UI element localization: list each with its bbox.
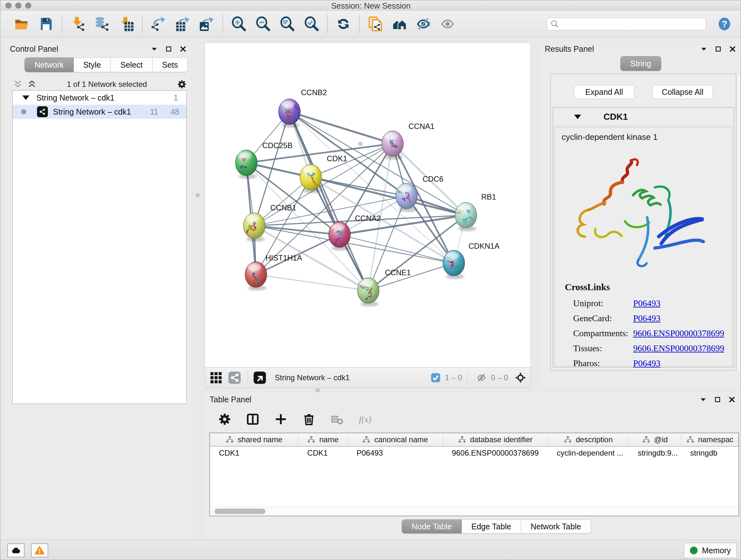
network-mode-icon[interactable]	[228, 371, 241, 384]
home-icon[interactable]	[392, 16, 408, 32]
graph-node-ccne1[interactable]: CCNE1	[357, 268, 411, 307]
show-all-icon[interactable]	[440, 16, 456, 32]
crosslink-link-tissues[interactable]: 9606.ENSP00000378699	[633, 343, 724, 354]
help-icon[interactable]: ?	[717, 17, 732, 31]
node-result-header[interactable]: CDK1	[553, 108, 734, 126]
panel-close-icon[interactable]	[728, 396, 736, 403]
graph-node-hist1h1a[interactable]: HIST1H1A	[245, 253, 302, 291]
fit-selected-crosshair-icon[interactable]	[515, 372, 526, 383]
panel-float-icon[interactable]	[714, 396, 721, 403]
graph-edge-HIST1H1A-CCNE1[interactable]	[256, 274, 368, 291]
column-header-description[interactable]: description	[548, 433, 629, 446]
panel-menu-icon[interactable]	[151, 45, 158, 53]
hidden-eye-icon[interactable]	[476, 372, 487, 383]
panel-float-icon[interactable]	[715, 45, 722, 53]
table-cell-description[interactable]: cyclin-dependent ...	[548, 447, 629, 461]
function-icon[interactable]: f(x)	[357, 411, 373, 427]
expand-all-icon[interactable]	[27, 79, 37, 89]
panel-menu-icon[interactable]	[699, 396, 707, 403]
tab-network[interactable]: Network	[24, 57, 74, 72]
crosslink-link-pharos[interactable]: P06493	[633, 358, 661, 368]
panel-menu-icon[interactable]	[700, 45, 708, 53]
import-network-icon[interactable]	[70, 16, 86, 32]
collapse-all-button[interactable]: Collapse All	[652, 85, 713, 99]
selected-checkbox-icon[interactable]	[430, 372, 441, 383]
graph-edge-CCNB2-RB1[interactable]	[289, 112, 466, 215]
zoom-selected-icon[interactable]	[304, 16, 320, 32]
crosslink-link-compartments[interactable]: 9606.ENSP00000378699	[633, 328, 724, 338]
save-icon[interactable]	[38, 16, 54, 32]
network-canvas[interactable]: CCNB2CCNA1CDC25BCDK1CDC6RB1CCNB1CCNA2CDK…	[205, 43, 530, 367]
export-image-icon[interactable]	[199, 16, 215, 32]
graph-node-cdk1[interactable]: CDK1	[300, 154, 347, 193]
table-cell-shared-name[interactable]: CDK1	[210, 447, 298, 461]
collection-disclosure-icon[interactable]	[22, 96, 29, 100]
zoom-out-icon[interactable]	[255, 16, 271, 32]
settings-icon[interactable]	[217, 411, 232, 427]
hide-selected-icon[interactable]	[416, 16, 432, 32]
delete-icon[interactable]	[301, 411, 317, 427]
table-cell-name[interactable]: CDK1	[298, 447, 347, 461]
column-header-database-identifier[interactable]: database identifier	[443, 433, 548, 446]
table-horizontal-scrollbar[interactable]	[210, 507, 738, 516]
table-cell-id[interactable]: stringdb:9...	[629, 447, 681, 461]
graph-edge-CCNB2-CCNA1[interactable]	[289, 112, 393, 144]
panel-close-icon[interactable]	[729, 45, 736, 53]
network-collection-row[interactable]: String Network – cdk1 1	[13, 91, 186, 105]
graph-edge-CDKN1A-CCNE1[interactable]	[368, 263, 454, 291]
vertical-splitter-handle-right[interactable]	[358, 142, 362, 146]
zoom-in-icon[interactable]	[231, 16, 247, 32]
tab-node-table[interactable]: Node Table	[402, 519, 462, 534]
tab-edge-table[interactable]: Edge Table	[462, 519, 521, 534]
warning-button[interactable]	[31, 543, 48, 557]
column-header-name[interactable]: name	[298, 433, 347, 446]
column-header-canonical-name[interactable]: canonical name	[347, 433, 443, 446]
vertical-splitter-handle-left[interactable]	[196, 193, 200, 197]
export-network-icon[interactable]	[150, 16, 166, 32]
crosslink-link-genecard[interactable]: P06493	[633, 313, 661, 323]
gear-icon[interactable]	[177, 79, 187, 89]
edge-count: 48	[158, 107, 179, 117]
column-header-id[interactable]: @id	[629, 433, 681, 446]
scrollbar-thumb[interactable]	[214, 509, 266, 514]
memory-button[interactable]: Memory	[684, 543, 737, 558]
export-table-icon[interactable]	[175, 16, 191, 32]
add-icon[interactable]	[273, 411, 289, 427]
birds-eye-view-icon[interactable]	[253, 371, 266, 384]
copy-style-icon[interactable]	[367, 16, 383, 32]
delete-table-icon[interactable]	[329, 411, 345, 427]
tab-style[interactable]: Style	[74, 57, 111, 72]
import-database-icon[interactable]	[94, 16, 110, 32]
tab-string[interactable]: String	[620, 56, 661, 71]
graph-edge-CCNB2-CCNE1[interactable]	[289, 112, 368, 291]
open-folder-icon[interactable]	[14, 16, 30, 32]
grid-mode-icon[interactable]	[209, 371, 223, 384]
column-header-namespac[interactable]: namespac	[681, 433, 738, 446]
expand-all-button[interactable]: Expand All	[574, 85, 634, 99]
table-cell-canonical-name[interactable]: P06493	[347, 447, 443, 461]
table-cell-database-identifier[interactable]: 9606.ENSP00000378699	[443, 447, 548, 461]
cloud-button[interactable]	[7, 543, 24, 557]
collapse-all-icon[interactable]	[13, 79, 23, 89]
panel-float-icon[interactable]	[165, 45, 172, 53]
zoom-fit-icon[interactable]	[279, 16, 295, 32]
panel-close-icon[interactable]	[179, 45, 187, 53]
graph-node-ccna1[interactable]: CCNA1	[382, 122, 434, 160]
network-row[interactable]: String Network – cdk1 11 48	[13, 105, 186, 119]
result-disclosure-icon[interactable]	[574, 115, 581, 119]
column-header-shared-name[interactable]: shared name	[210, 433, 298, 446]
table-row[interactable]: CDK1CDK1P064939606.ENSP00000378699cyclin…	[210, 447, 738, 461]
results-scrollbar[interactable]	[736, 74, 741, 370]
tab-select[interactable]: Select	[111, 57, 152, 72]
crosslink-link-uniprot[interactable]: P06493	[633, 298, 661, 308]
horizontal-splitter-handle[interactable]	[316, 388, 320, 392]
search-input[interactable]	[547, 17, 706, 30]
graph-node-cdkn1a[interactable]: CDKN1A	[443, 242, 499, 279]
table-cell-namespac[interactable]: stringdb	[681, 447, 738, 461]
columns-icon[interactable]	[245, 411, 261, 427]
graph-node-rb1[interactable]: RB1	[455, 192, 496, 231]
tab-sets[interactable]: Sets	[152, 57, 188, 72]
import-table-icon[interactable]	[118, 16, 134, 32]
tab-network-table[interactable]: Network Table	[521, 519, 591, 534]
refresh-icon[interactable]	[335, 16, 351, 32]
